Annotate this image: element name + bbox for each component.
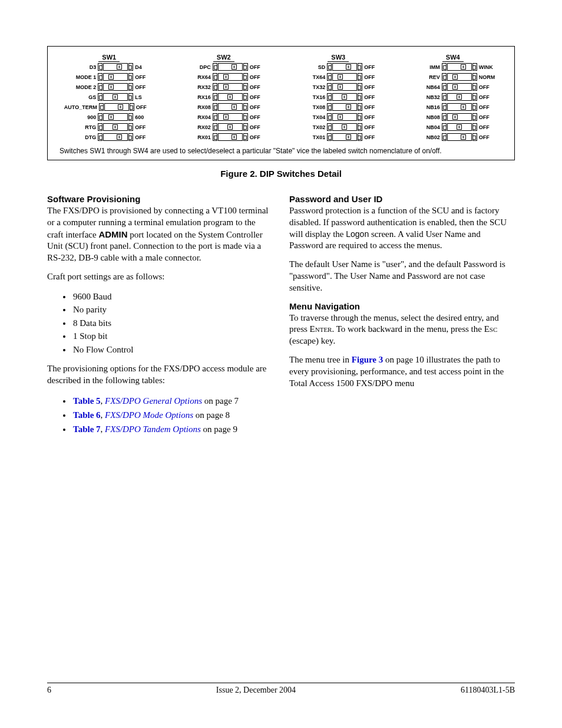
switch-right-label: OFF bbox=[248, 74, 268, 80]
switch-right-label: OFF bbox=[248, 124, 268, 130]
switch-left-label: NB08 bbox=[409, 114, 442, 120]
switch-left-label: RX02 bbox=[180, 124, 213, 130]
switch-icon bbox=[213, 123, 248, 131]
dip-switch-row: 900600 bbox=[65, 113, 153, 121]
switch-icon bbox=[327, 113, 362, 121]
switch-icon bbox=[213, 103, 248, 111]
switch-right-label: OFF bbox=[362, 134, 382, 140]
switch-icon bbox=[327, 133, 362, 141]
switch-right-label: OFF bbox=[477, 134, 497, 140]
dip-switch-row: TX64OFF bbox=[294, 73, 382, 81]
dip-column: SW3SDOFFTX64OFFTX32OFFTX16OFFTX08OFFTX04… bbox=[283, 54, 394, 143]
footer-issue: Issue 2, December 2004 bbox=[216, 686, 296, 695]
switch-right-label: OFF bbox=[133, 74, 153, 80]
switch-icon bbox=[213, 83, 248, 91]
figure-3-link[interactable]: Figure 3 bbox=[352, 355, 383, 364]
paragraph: The FXS/DPO is provisioned by connecting… bbox=[47, 205, 273, 264]
text: The menu tree in bbox=[289, 355, 352, 364]
dip-switch-row: NB02OFF bbox=[409, 133, 497, 141]
figure-caption: Figure 2. DIP Switches Detail bbox=[47, 169, 515, 179]
paragraph: The menu tree in Figure 3 on page 10 ill… bbox=[289, 354, 515, 389]
dip-switch-row: NB04OFF bbox=[409, 123, 497, 131]
switch-right-label: OFF bbox=[362, 114, 382, 120]
switch-icon bbox=[98, 133, 133, 141]
dip-switch-grid: SW1D3D4MODE 1OFFMODE 2OFFGSLSAUTO_TERMOF… bbox=[54, 54, 508, 143]
list-item: 9600 Baud bbox=[72, 290, 273, 304]
table-link[interactable]: Table 7 bbox=[73, 424, 101, 434]
dip-switch-row: MODE 2OFF bbox=[65, 83, 153, 91]
switch-icon bbox=[442, 63, 477, 71]
switch-left-label: MODE 2 bbox=[65, 84, 98, 90]
heading-software-provisioning: Software Provisioning bbox=[47, 194, 273, 204]
list-item: 8 Data bits bbox=[72, 317, 273, 330]
switch-left-label: NB16 bbox=[409, 104, 442, 110]
switch-icon bbox=[213, 73, 248, 81]
list-item: Table 7, FXS/DPO Tandem Options on page … bbox=[72, 422, 273, 436]
text: . To work backward in the menu, press th… bbox=[332, 324, 484, 334]
switch-left-label: IMM bbox=[409, 64, 442, 70]
dip-switch-row: NB08OFF bbox=[409, 113, 497, 121]
dip-column-title: SW4 bbox=[442, 54, 464, 62]
switch-left-label: D3 bbox=[65, 64, 98, 70]
table-link[interactable]: Table 5 bbox=[73, 396, 101, 406]
switch-left-label: RX32 bbox=[180, 84, 213, 90]
switch-icon bbox=[213, 63, 248, 71]
switch-left-label: TX04 bbox=[294, 114, 327, 120]
switch-icon bbox=[327, 83, 362, 91]
esc-key-label: Esc bbox=[484, 324, 498, 334]
switch-left-label: REV bbox=[409, 74, 442, 80]
table-title-link[interactable]: FXS/DPO General Options bbox=[105, 396, 202, 406]
dip-switch-row: TX08OFF bbox=[294, 103, 382, 111]
list-item: 1 Stop bit bbox=[72, 330, 273, 343]
dip-switch-row: TX32OFF bbox=[294, 83, 382, 91]
switch-right-label: OFF bbox=[477, 84, 497, 90]
switch-right-label: OFF bbox=[362, 74, 382, 80]
dip-column: SW1D3D4MODE 1OFFMODE 2OFFGSLSAUTO_TERMOF… bbox=[54, 54, 165, 143]
dip-switch-row: NB32OFF bbox=[409, 93, 497, 101]
paragraph: Password protection is a function of the… bbox=[289, 205, 515, 252]
switch-icon bbox=[98, 63, 133, 71]
dip-switch-row: IMMWINK bbox=[409, 63, 497, 71]
switch-right-label: OFF bbox=[477, 104, 497, 110]
right-column: Password and User ID Password protection… bbox=[289, 194, 515, 436]
list-item: Table 6, FXS/DPO Mode Options on page 8 bbox=[72, 408, 273, 422]
switch-right-label: OFF bbox=[133, 124, 153, 130]
switch-right-label: OFF bbox=[248, 64, 268, 70]
switch-icon bbox=[99, 103, 134, 111]
figure-box: SW1D3D4MODE 1OFFMODE 2OFFGSLSAUTO_TERMOF… bbox=[47, 46, 515, 160]
switch-right-label: OFF bbox=[134, 104, 154, 110]
switch-right-label: 600 bbox=[133, 114, 153, 120]
switch-right-label: OFF bbox=[248, 134, 268, 140]
dip-switch-row: DTGOFF bbox=[65, 133, 153, 141]
switch-icon bbox=[442, 113, 477, 121]
craft-port-settings-list: 9600 BaudNo parity8 Data bits1 Stop bitN… bbox=[47, 290, 273, 357]
switch-left-label: NB02 bbox=[409, 134, 442, 140]
list-item: No parity bbox=[72, 303, 273, 317]
switch-icon bbox=[442, 73, 477, 81]
dip-switch-row: GSLS bbox=[65, 93, 153, 101]
switch-icon bbox=[442, 103, 477, 111]
dip-switch-row: RX02OFF bbox=[180, 123, 268, 131]
switch-right-label: D4 bbox=[133, 64, 153, 70]
switch-left-label: TX08 bbox=[294, 104, 327, 110]
switch-left-label: RX64 bbox=[180, 74, 213, 80]
dip-switch-row: TX16OFF bbox=[294, 93, 382, 101]
list-item: No Flow Control bbox=[72, 343, 273, 357]
dip-switch-row: RX16OFF bbox=[180, 93, 268, 101]
table-title-link[interactable]: FXS/DPO Mode Options bbox=[105, 410, 193, 420]
dip-switch-row: SDOFF bbox=[294, 63, 382, 71]
switch-icon bbox=[327, 103, 362, 111]
switch-left-label: DTG bbox=[65, 134, 98, 140]
switch-icon bbox=[442, 93, 477, 101]
list-item: Table 5, FXS/DPO General Options on page… bbox=[72, 394, 273, 408]
dip-switch-row: RX32OFF bbox=[180, 83, 268, 91]
switch-left-label: NB64 bbox=[409, 84, 442, 90]
table-title-link[interactable]: FXS/DPO Tandem Options bbox=[105, 424, 201, 434]
table-link[interactable]: Table 6 bbox=[73, 410, 101, 420]
switch-icon bbox=[327, 63, 362, 71]
dip-switch-row: REVNORM bbox=[409, 73, 497, 81]
switch-right-label: OFF bbox=[133, 84, 153, 90]
dip-switch-row: NB16OFF bbox=[409, 103, 497, 111]
switch-right-label: WINK bbox=[477, 64, 497, 70]
switch-left-label: NB32 bbox=[409, 94, 442, 100]
